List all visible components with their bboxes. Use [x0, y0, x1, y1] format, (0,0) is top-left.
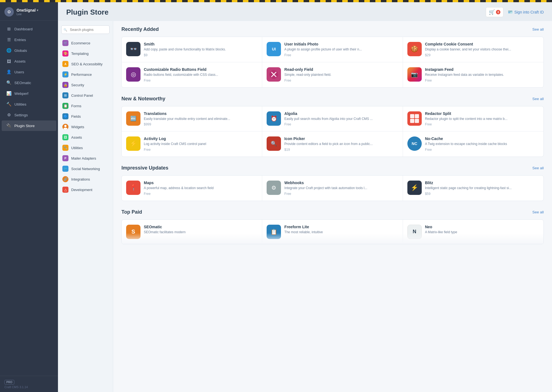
sidebar-item-pluginStore[interactable]: 🔌 Plugin Store [2, 120, 56, 131]
smith-icon: 👓 [126, 42, 140, 56]
sidebar-item-dashboard[interactable]: ⊞ Dashboard [2, 24, 56, 34]
plugin-maps[interactable]: 📍 Maps A powerful map, address & locatio… [122, 176, 262, 201]
sidebar-item-entries[interactable]: ☰ Entries [2, 34, 56, 45]
entries-icon: ☰ [6, 37, 12, 42]
category-utilities-cat[interactable]: 🔧 Utilities [58, 143, 113, 153]
plugins-panel: Recently Added See all 👓 Smith Add copy,… [113, 21, 552, 392]
readonlyField-info: Read-only Field Simple, read-only plaint… [284, 67, 398, 82]
plugin-algolia[interactable]: ⏰ Algolia Easily pull search results fro… [262, 106, 403, 132]
maps-info: Maps A powerful map, address & location … [144, 181, 258, 196]
plugin-userInitialsPhoto[interactable]: UI User Initials Photo A plugin to assig… [262, 37, 403, 62]
top-paid-header: Top Paid See all [121, 209, 544, 215]
plugin-webhooks[interactable]: ⚙ Webhooks Integrate your Craft project … [262, 176, 403, 201]
plugin-freeformLite[interactable]: 📋 Freeform Lite The most reliable, intui… [262, 220, 403, 244]
translations-info: Translations Easily translate your multi… [144, 111, 258, 127]
plugin-activityLog[interactable]: ⚡ Activity Log Log activity inside Craft… [122, 131, 262, 157]
categories-panel: 🛒 Ecommerce 🎨 Templating A SEO & Accessi… [58, 21, 113, 392]
sidebar-item-label: SEOmatic [14, 81, 31, 85]
sidebar-item-label: Entries [14, 38, 26, 42]
brand-sub: Lee [17, 12, 38, 16]
maps-icon: 📍 [126, 181, 140, 195]
plugin-seomatic[interactable]: S SEOmatic SEOmatic facilitates modern [122, 220, 262, 244]
category-seo[interactable]: A SEO & Accessibility [58, 59, 113, 69]
sidebar-item-utilities[interactable]: 🔨 Utilities [2, 99, 56, 109]
pluginStore-icon: 🔌 [6, 123, 12, 128]
category-ecommerce[interactable]: 🛒 Ecommerce [58, 38, 113, 48]
category-socialNetworking[interactable]: 🐦 Social Networking [58, 163, 113, 174]
svg-rect-6 [415, 114, 419, 118]
category-templating[interactable]: 🎨 Templating [58, 48, 113, 59]
integrations-icon: 🔗 [62, 176, 68, 182]
plugin-translations[interactable]: 🔤 Translations Easily translate your mul… [122, 106, 262, 132]
plugin-completeCookieConsent[interactable]: 🍪 Complete Cookie Consent Display a cook… [403, 37, 543, 62]
category-performance[interactable]: ⚡ Performance [58, 69, 113, 80]
sidebar-header: O OneSignal ▾ Lee [0, 2, 58, 21]
fields-icon: 🔷 [62, 113, 68, 119]
userInitialsPhoto-icon: UI [267, 42, 281, 56]
category-assets-cat[interactable]: 🖼 Assets [58, 132, 113, 143]
freeformLite-icon: 📋 [267, 225, 281, 239]
plugin-radioButtons[interactable]: ◎ Customizable Radio Buttons Field Radio… [122, 62, 262, 87]
category-controlPanel[interactable]: ⊞ Control Panel [58, 90, 113, 101]
plugin-readonlyField[interactable]: Read-only Field Simple, read-only plaint… [262, 62, 403, 87]
algolia-info: Algolia Easily pull search results from … [284, 111, 398, 127]
plugin-noCache[interactable]: NC No-Cache A Twig extension to escape c… [403, 131, 543, 157]
impressive-updates-grid: 📍 Maps A powerful map, address & locatio… [121, 175, 544, 201]
sidebar-item-seOmatic[interactable]: 🔍 SEOmatic [2, 77, 56, 88]
sidebar-footer: PRO Craft CMS 3.1.14 [0, 376, 58, 392]
noCache-info: No-Cache A Twig extension to escape cach… [425, 136, 539, 152]
sidebar-item-assets[interactable]: 🖼 Assets [2, 56, 56, 66]
plugin-redactorSplit[interactable]: Redactor Split Redactor plugin to split … [403, 106, 543, 132]
forms-icon: 📋 [62, 103, 68, 109]
seomatic-info: SEOmatic SEOmatic facilitates modern [144, 225, 258, 236]
security-icon: 🔒 [62, 82, 68, 88]
category-integrations[interactable]: 🔗 Integrations [58, 174, 113, 184]
svg-point-0 [64, 125, 67, 127]
impressive-updates-see-all[interactable]: See all [532, 166, 544, 170]
category-widgets[interactable]: Widgets [58, 122, 113, 132]
sidebar-item-settings[interactable]: ⚙ Settings [2, 110, 56, 120]
impressive-updates-header: Impressive Updates See all [121, 165, 544, 171]
algolia-icon: ⏰ [267, 111, 281, 126]
readonlyField-icon [267, 67, 281, 82]
recently-added-see-all[interactable]: See all [532, 27, 544, 31]
plugin-smith[interactable]: 👓 Smith Add copy, paste and clone functi… [122, 37, 262, 62]
sidebar-item-globals[interactable]: 🌐 Globals [2, 45, 56, 56]
category-forms[interactable]: 📋 Forms [58, 101, 113, 111]
category-mailerAdapters[interactable]: P Mailer Adapters [58, 153, 113, 163]
craft-version: Craft CMS 3.1.14 [4, 385, 54, 389]
category-security[interactable]: 🔒 Security [58, 80, 113, 90]
plugin-blitz[interactable]: ⚡ Blitz Intelligent static page caching … [403, 176, 543, 201]
cart-badge: 0 [496, 10, 500, 14]
brand-name: OneSignal ▾ [17, 8, 38, 12]
new-noteworthy-see-all[interactable]: See all [532, 97, 544, 101]
neo-info: Neo A Matrix-like field type [425, 225, 539, 236]
plugin-neo[interactable]: N Neo A Matrix-like field type [403, 220, 543, 244]
userInitialsPhoto-info: User Initials Photo A plugin to assign p… [284, 42, 398, 57]
plugin-iconPicker[interactable]: 🔍 Icon Picker Provide content editors a … [262, 131, 403, 157]
radioButtons-info: Customizable Radio Buttons Field Radio b… [144, 67, 258, 82]
new-noteworthy-header: New & Noteworthy See all [121, 96, 544, 102]
top-paid-see-all[interactable]: See all [532, 210, 544, 214]
users-icon: 👤 [6, 69, 12, 75]
new-noteworthy-title: New & Noteworthy [121, 96, 165, 102]
webperf-icon: 📊 [6, 91, 12, 96]
sidebar-item-users[interactable]: 👤 Users [2, 67, 56, 77]
header-right: 🛒 0 🪪 Sign into Craft ID [486, 7, 544, 17]
sidebar-item-webperf[interactable]: 📊 Webperf [2, 88, 56, 99]
plugin-instagramFeed[interactable]: 📷 Instagram Feed Receive Instagram feed … [403, 62, 543, 87]
app-container: O OneSignal ▾ Lee ⊞ Dashboard ☰ Entries … [0, 2, 552, 392]
search-input[interactable] [61, 25, 110, 34]
cookieConsent-icon: 🍪 [407, 42, 422, 56]
category-fields[interactable]: 🔷 Fields [58, 111, 113, 122]
dashboard-icon: ⊞ [6, 26, 12, 32]
smith-info: Smith Add copy, paste and clone function… [144, 42, 258, 57]
seOmatic-icon: 🔍 [6, 80, 12, 85]
cart-button[interactable]: 🛒 0 [486, 7, 503, 17]
sidebar-item-label: Dashboard [14, 27, 33, 31]
seo-icon: A [62, 61, 68, 67]
sign-in-button[interactable]: 🪪 Sign into Craft ID [508, 10, 544, 14]
category-development[interactable]: △ Development [58, 184, 113, 195]
activityLog-info: Activity Log Log activity inside Craft C… [144, 136, 258, 152]
iconPicker-icon: 🔍 [267, 136, 281, 151]
